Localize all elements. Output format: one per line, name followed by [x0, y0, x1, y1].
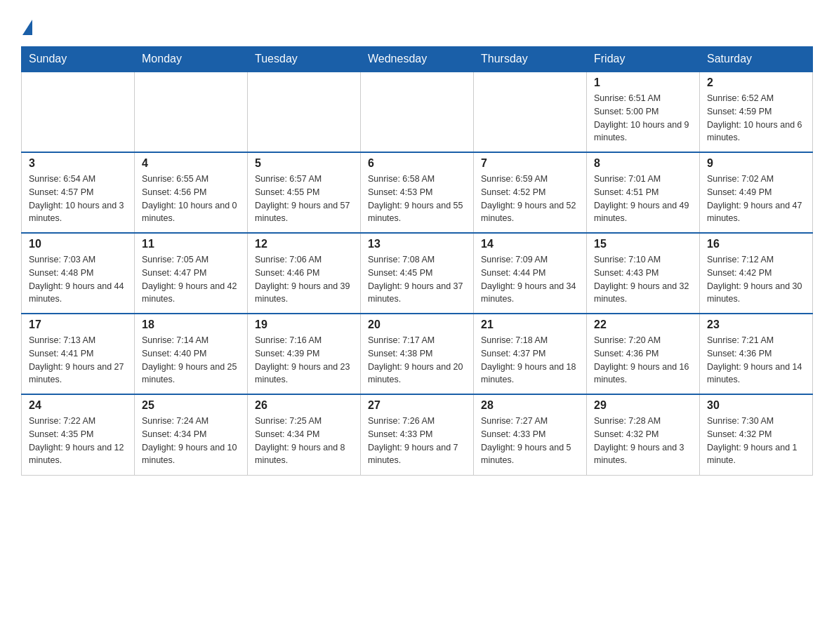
day-number: 17: [29, 318, 127, 331]
calendar-cell-week1-day2: [135, 72, 248, 152]
calendar-cell-week3-day4: 13Sunrise: 7:08 AMSunset: 4:45 PMDayligh…: [361, 233, 474, 314]
day-info: Sunrise: 7:14 AMSunset: 4:40 PMDaylight:…: [142, 334, 240, 387]
day-info: Sunrise: 7:30 AMSunset: 4:32 PMDaylight:…: [707, 415, 805, 467]
day-info: Sunrise: 7:12 AMSunset: 4:42 PMDaylight:…: [707, 253, 805, 306]
weekday-header-wednesday: Wednesday: [361, 47, 474, 72]
calendar-cell-week4-day3: 19Sunrise: 7:16 AMSunset: 4:39 PMDayligh…: [248, 314, 361, 394]
day-info: Sunrise: 7:05 AMSunset: 4:47 PMDaylight:…: [142, 253, 240, 306]
day-number: 16: [707, 238, 805, 250]
calendar-cell-week1-day5: [474, 72, 587, 152]
calendar-week-row-3: 10Sunrise: 7:03 AMSunset: 4:48 PMDayligh…: [22, 233, 813, 314]
calendar-cell-week3-day7: 16Sunrise: 7:12 AMSunset: 4:42 PMDayligh…: [700, 233, 813, 314]
day-info: Sunrise: 7:09 AMSunset: 4:44 PMDaylight:…: [481, 253, 579, 306]
day-info: Sunrise: 7:20 AMSunset: 4:36 PMDaylight:…: [594, 334, 692, 387]
calendar-cell-week3-day5: 14Sunrise: 7:09 AMSunset: 4:44 PMDayligh…: [474, 233, 587, 314]
day-info: Sunrise: 7:01 AMSunset: 4:51 PMDaylight:…: [594, 173, 692, 225]
day-number: 12: [255, 238, 353, 250]
calendar-cell-week4-day2: 18Sunrise: 7:14 AMSunset: 4:40 PMDayligh…: [135, 314, 248, 394]
calendar-week-row-5: 24Sunrise: 7:22 AMSunset: 4:35 PMDayligh…: [22, 394, 813, 475]
day-info: Sunrise: 7:06 AMSunset: 4:46 PMDaylight:…: [255, 253, 353, 306]
day-info: Sunrise: 6:54 AMSunset: 4:57 PMDaylight:…: [29, 173, 127, 225]
day-info: Sunrise: 6:51 AMSunset: 5:00 PMDaylight:…: [594, 92, 692, 145]
day-number: 6: [368, 157, 466, 170]
calendar-week-row-4: 17Sunrise: 7:13 AMSunset: 4:41 PMDayligh…: [22, 314, 813, 394]
calendar-cell-week2-day4: 6Sunrise: 6:58 AMSunset: 4:53 PMDaylight…: [361, 152, 474, 233]
day-number: 20: [368, 318, 466, 331]
calendar-cell-week3-day6: 15Sunrise: 7:10 AMSunset: 4:43 PMDayligh…: [587, 233, 700, 314]
calendar-cell-week4-day6: 22Sunrise: 7:20 AMSunset: 4:36 PMDayligh…: [587, 314, 700, 394]
day-number: 26: [255, 399, 353, 412]
day-number: 18: [142, 318, 240, 331]
day-info: Sunrise: 7:26 AMSunset: 4:33 PMDaylight:…: [368, 415, 466, 467]
calendar-cell-week2-day2: 4Sunrise: 6:55 AMSunset: 4:56 PMDaylight…: [135, 152, 248, 233]
day-info: Sunrise: 7:17 AMSunset: 4:38 PMDaylight:…: [368, 334, 466, 387]
calendar-cell-week1-day4: [361, 72, 474, 152]
calendar-cell-week1-day1: [22, 72, 135, 152]
day-number: 25: [142, 399, 240, 412]
weekday-header-friday: Friday: [587, 47, 700, 72]
calendar-cell-week4-day5: 21Sunrise: 7:18 AMSunset: 4:37 PMDayligh…: [474, 314, 587, 394]
calendar-cell-week2-day1: 3Sunrise: 6:54 AMSunset: 4:57 PMDaylight…: [22, 152, 135, 233]
day-info: Sunrise: 7:24 AMSunset: 4:34 PMDaylight:…: [142, 415, 240, 467]
calendar-cell-week2-day3: 5Sunrise: 6:57 AMSunset: 4:55 PMDaylight…: [248, 152, 361, 233]
day-number: 13: [368, 238, 466, 250]
day-number: 22: [594, 318, 692, 331]
day-info: Sunrise: 7:08 AMSunset: 4:45 PMDaylight:…: [368, 253, 466, 306]
weekday-header-thursday: Thursday: [474, 47, 587, 72]
day-number: 21: [481, 318, 579, 331]
logo-blue-text: [21, 20, 32, 34]
day-info: Sunrise: 6:55 AMSunset: 4:56 PMDaylight:…: [142, 173, 240, 225]
weekday-header-saturday: Saturday: [700, 47, 813, 72]
weekday-header-tuesday: Tuesday: [248, 47, 361, 72]
calendar-cell-week5-day5: 28Sunrise: 7:27 AMSunset: 4:33 PMDayligh…: [474, 394, 587, 475]
day-number: 24: [29, 399, 127, 412]
calendar-week-row-1: 1Sunrise: 6:51 AMSunset: 5:00 PMDaylight…: [22, 72, 813, 152]
calendar-cell-week4-day7: 23Sunrise: 7:21 AMSunset: 4:36 PMDayligh…: [700, 314, 813, 394]
day-info: Sunrise: 7:21 AMSunset: 4:36 PMDaylight:…: [707, 334, 805, 387]
day-info: Sunrise: 6:58 AMSunset: 4:53 PMDaylight:…: [368, 173, 466, 225]
calendar-cell-week5-day7: 30Sunrise: 7:30 AMSunset: 4:32 PMDayligh…: [700, 394, 813, 475]
calendar-cell-week5-day6: 29Sunrise: 7:28 AMSunset: 4:32 PMDayligh…: [587, 394, 700, 475]
day-info: Sunrise: 6:57 AMSunset: 4:55 PMDaylight:…: [255, 173, 353, 225]
day-info: Sunrise: 7:03 AMSunset: 4:48 PMDaylight:…: [29, 253, 127, 306]
day-info: Sunrise: 7:27 AMSunset: 4:33 PMDaylight:…: [481, 415, 579, 467]
calendar-cell-week1-day7: 2Sunrise: 6:52 AMSunset: 4:59 PMDaylight…: [700, 72, 813, 152]
day-info: Sunrise: 7:16 AMSunset: 4:39 PMDaylight:…: [255, 334, 353, 387]
calendar-cell-week2-day7: 9Sunrise: 7:02 AMSunset: 4:49 PMDaylight…: [700, 152, 813, 233]
weekday-header-monday: Monday: [135, 47, 248, 72]
day-info: Sunrise: 7:28 AMSunset: 4:32 PMDaylight:…: [594, 415, 692, 467]
calendar-cell-week2-day5: 7Sunrise: 6:59 AMSunset: 4:52 PMDaylight…: [474, 152, 587, 233]
day-number: 1: [594, 76, 692, 89]
calendar-header-row: SundayMondayTuesdayWednesdayThursdayFrid…: [22, 47, 813, 72]
calendar-cell-week3-day1: 10Sunrise: 7:03 AMSunset: 4:48 PMDayligh…: [22, 233, 135, 314]
day-number: 11: [142, 238, 240, 250]
day-info: Sunrise: 6:59 AMSunset: 4:52 PMDaylight:…: [481, 173, 579, 225]
calendar-cell-week3-day2: 11Sunrise: 7:05 AMSunset: 4:47 PMDayligh…: [135, 233, 248, 314]
calendar-cell-week1-day6: 1Sunrise: 6:51 AMSunset: 5:00 PMDaylight…: [587, 72, 700, 152]
day-number: 5: [255, 157, 353, 170]
day-number: 2: [707, 76, 805, 89]
calendar-cell-week5-day3: 26Sunrise: 7:25 AMSunset: 4:34 PMDayligh…: [248, 394, 361, 475]
day-info: Sunrise: 7:22 AMSunset: 4:35 PMDaylight:…: [29, 415, 127, 467]
calendar-cell-week4-day4: 20Sunrise: 7:17 AMSunset: 4:38 PMDayligh…: [361, 314, 474, 394]
calendar-cell-week1-day3: [248, 72, 361, 152]
day-number: 3: [29, 157, 127, 170]
calendar-cell-week4-day1: 17Sunrise: 7:13 AMSunset: 4:41 PMDayligh…: [22, 314, 135, 394]
calendar-cell-week5-day1: 24Sunrise: 7:22 AMSunset: 4:35 PMDayligh…: [22, 394, 135, 475]
page-header: [21, 14, 813, 34]
calendar-cell-week5-day2: 25Sunrise: 7:24 AMSunset: 4:34 PMDayligh…: [135, 394, 248, 475]
day-info: Sunrise: 7:10 AMSunset: 4:43 PMDaylight:…: [594, 253, 692, 306]
day-info: Sunrise: 6:52 AMSunset: 4:59 PMDaylight:…: [707, 92, 805, 145]
calendar-table: SundayMondayTuesdayWednesdayThursdayFrid…: [21, 46, 813, 476]
calendar-cell-week3-day3: 12Sunrise: 7:06 AMSunset: 4:46 PMDayligh…: [248, 233, 361, 314]
day-number: 29: [594, 399, 692, 412]
day-info: Sunrise: 7:02 AMSunset: 4:49 PMDaylight:…: [707, 173, 805, 225]
calendar-cell-week2-day6: 8Sunrise: 7:01 AMSunset: 4:51 PMDaylight…: [587, 152, 700, 233]
day-number: 28: [481, 399, 579, 412]
day-number: 15: [594, 238, 692, 250]
day-number: 8: [594, 157, 692, 170]
logo: [21, 20, 32, 34]
day-number: 10: [29, 238, 127, 250]
logo-triangle-icon: [22, 20, 32, 35]
day-number: 27: [368, 399, 466, 412]
